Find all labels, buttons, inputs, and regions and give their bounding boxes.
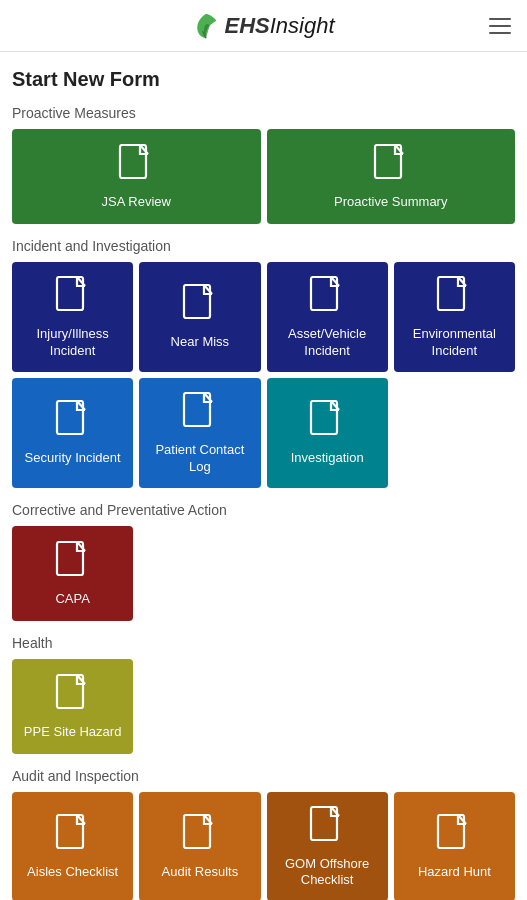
- tile-capa[interactable]: CAPA: [12, 526, 133, 621]
- tile-label-hazard-hunt: Hazard Hunt: [418, 864, 491, 881]
- audit-grid: Aisles Checklist Audit Results GOM Offsh…: [12, 792, 515, 900]
- tile-aisles-checklist[interactable]: Aisles Checklist: [12, 792, 133, 900]
- file-icon: [436, 276, 472, 318]
- svg-rect-9: [311, 401, 337, 434]
- tile-audit-results[interactable]: Audit Results: [139, 792, 260, 900]
- file-icon: [182, 284, 218, 326]
- file-icon: [436, 814, 472, 856]
- file-icon: [55, 814, 91, 856]
- logo-ehs: EHS: [224, 13, 269, 38]
- tile-label-proactive-summary: Proactive Summary: [334, 194, 447, 211]
- svg-rect-4: [184, 285, 210, 318]
- svg-rect-10: [57, 542, 83, 575]
- tile-label-injury-illness: Injury/Illness Incident: [20, 326, 125, 360]
- main-content: Start New Form Proactive Measures JSA Re…: [0, 52, 527, 900]
- svg-rect-2: [375, 145, 401, 178]
- file-icon: [309, 400, 345, 442]
- svg-rect-7: [57, 401, 83, 434]
- tile-asset-vehicle[interactable]: Asset/Vehicle Incident: [267, 262, 388, 372]
- file-icon: [182, 392, 218, 434]
- tile-label-patient-contact: Patient Contact Log: [147, 442, 252, 476]
- file-icon: [182, 814, 218, 856]
- tile-jsa-review[interactable]: JSA Review: [12, 129, 261, 224]
- svg-rect-3: [57, 277, 83, 310]
- proactive-measures-grid: JSA Review Proactive Summary: [12, 129, 515, 224]
- file-icon: [309, 276, 345, 318]
- tile-patient-contact[interactable]: Patient Contact Log: [139, 378, 260, 488]
- section-label-health: Health: [12, 635, 515, 651]
- logo-leaf-icon: [192, 12, 220, 40]
- svg-rect-15: [438, 815, 464, 848]
- svg-rect-8: [184, 393, 210, 426]
- tile-hazard-hunt[interactable]: Hazard Hunt: [394, 792, 515, 900]
- svg-rect-5: [311, 277, 337, 310]
- tile-gom-offshore[interactable]: GOM Offshore Checklist: [267, 792, 388, 900]
- tile-environmental[interactable]: Environmental Incident: [394, 262, 515, 372]
- svg-rect-11: [57, 675, 83, 708]
- section-label-audit: Audit and Inspection: [12, 768, 515, 784]
- hamburger-menu-icon[interactable]: [489, 18, 511, 34]
- corrective-grid: CAPA: [12, 526, 515, 621]
- logo-insight: Insight: [270, 13, 335, 38]
- tile-label-ppe: PPE Site Hazard: [24, 724, 122, 741]
- tile-security-incident[interactable]: Security Incident: [12, 378, 133, 488]
- file-icon: [373, 144, 409, 186]
- tile-label-environmental: Environmental Incident: [402, 326, 507, 360]
- tile-near-miss[interactable]: Near Miss: [139, 262, 260, 372]
- section-label-proactive: Proactive Measures: [12, 105, 515, 121]
- tile-ppe-site-hazard[interactable]: PPE Site Hazard: [12, 659, 133, 754]
- svg-rect-1: [120, 145, 146, 178]
- incident-grid: Injury/Illness Incident Near Miss Asset/…: [12, 262, 515, 488]
- tile-label-gom-offshore: GOM Offshore Checklist: [275, 856, 380, 890]
- file-icon: [55, 541, 91, 583]
- tile-label-jsa-review: JSA Review: [102, 194, 171, 211]
- file-icon: [55, 674, 91, 716]
- svg-rect-12: [57, 815, 83, 848]
- file-icon: [309, 806, 345, 848]
- tile-label-capa: CAPA: [55, 591, 89, 608]
- app-header: EHSInsight: [0, 0, 527, 52]
- tile-label-aisles: Aisles Checklist: [27, 864, 118, 881]
- page-title: Start New Form: [12, 68, 515, 91]
- file-icon: [55, 276, 91, 318]
- tile-label-asset-vehicle: Asset/Vehicle Incident: [275, 326, 380, 360]
- tile-proactive-summary[interactable]: Proactive Summary: [267, 129, 516, 224]
- tile-label-investigation: Investigation: [291, 450, 364, 467]
- tile-label-near-miss: Near Miss: [171, 334, 230, 351]
- svg-rect-6: [438, 277, 464, 310]
- file-icon: [55, 400, 91, 442]
- tile-investigation[interactable]: Investigation: [267, 378, 388, 488]
- svg-rect-14: [311, 807, 337, 840]
- logo: EHSInsight: [192, 12, 334, 40]
- section-label-incident: Incident and Investigation: [12, 238, 515, 254]
- health-grid: PPE Site Hazard: [12, 659, 515, 754]
- tile-injury-illness[interactable]: Injury/Illness Incident: [12, 262, 133, 372]
- file-icon: [118, 144, 154, 186]
- tile-label-audit-results: Audit Results: [162, 864, 239, 881]
- tile-label-security: Security Incident: [25, 450, 121, 467]
- section-label-corrective: Corrective and Preventative Action: [12, 502, 515, 518]
- svg-rect-13: [184, 815, 210, 848]
